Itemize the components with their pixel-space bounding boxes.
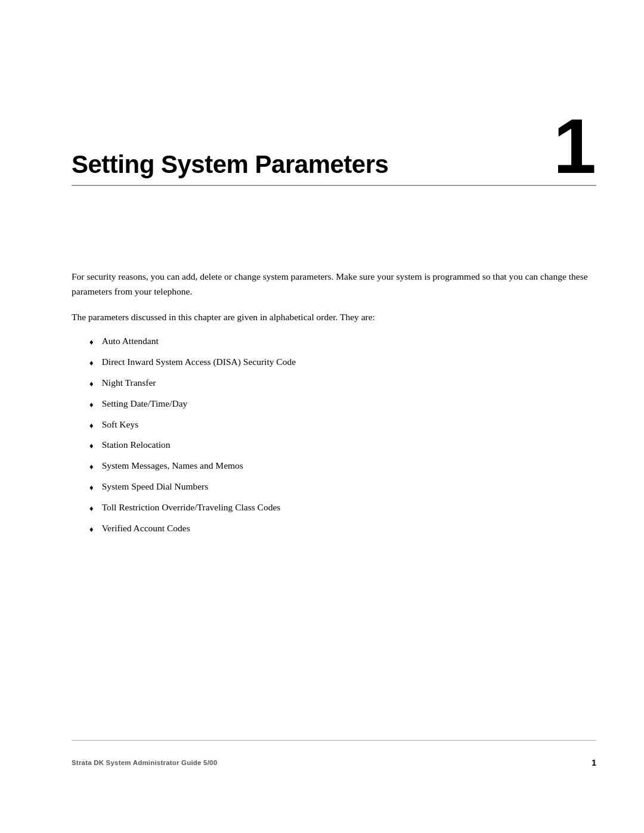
top-margin	[0, 0, 644, 107]
chapter-title: Setting System Parameters	[72, 150, 388, 179]
bullet-diamond-icon: ♦	[89, 357, 94, 370]
list-item: ♦ Soft Keys	[89, 417, 596, 432]
footer-left-text: Strata DK System Administrator Guide 5/0…	[72, 759, 217, 766]
list-item: ♦ Station Relocation	[89, 438, 596, 453]
bullet-item-label: Verified Account Codes	[102, 521, 190, 536]
bullet-diamond-icon: ♦	[89, 482, 94, 494]
bullet-list: ♦ Auto Attendant ♦ Direct Inward System …	[89, 334, 596, 535]
chapter-header: Setting System Parameters 1	[0, 107, 644, 179]
bullet-item-label: Soft Keys	[102, 417, 139, 432]
bullet-diamond-icon: ♦	[89, 399, 94, 411]
bullet-diamond-icon: ♦	[89, 336, 94, 349]
footer: Strata DK System Administrator Guide 5/0…	[72, 758, 596, 767]
list-item: ♦ System Messages, Names and Memos	[89, 459, 596, 473]
chapter-number: 1	[553, 107, 596, 185]
list-item: ♦ Verified Account Codes	[89, 521, 596, 536]
page: Setting System Parameters 1 For security…	[0, 0, 644, 833]
bullet-diamond-icon: ♦	[89, 503, 94, 515]
intro-paragraph-1: For security reasons, you can add, delet…	[72, 270, 596, 299]
bullet-item-label: Toll Restriction Override/Traveling Clas…	[102, 500, 281, 515]
header-rule	[72, 185, 596, 186]
bullet-diamond-icon: ♦	[89, 440, 94, 453]
bullet-item-label: Night Transfer	[102, 376, 156, 391]
bullet-item-label: Setting Date/Time/Day	[102, 397, 188, 411]
list-intro: The parameters discussed in this chapter…	[72, 310, 596, 325]
bullet-diamond-icon: ♦	[89, 524, 94, 536]
bullet-item-label: Direct Inward System Access (DISA) Secur…	[102, 355, 296, 370]
footer-page-number: 1	[592, 758, 596, 767]
bullet-item-label: Station Relocation	[102, 438, 171, 453]
list-item: ♦ Auto Attendant	[89, 334, 596, 349]
footer-rule	[72, 740, 596, 741]
list-item: ♦ Night Transfer	[89, 376, 596, 391]
bullet-item-label: System Speed Dial Numbers	[102, 479, 209, 494]
list-item: ♦ Direct Inward System Access (DISA) Sec…	[89, 355, 596, 370]
list-item: ♦ System Speed Dial Numbers	[89, 479, 596, 494]
list-item: ♦ Setting Date/Time/Day	[89, 397, 596, 411]
bullet-item-label: Auto Attendant	[102, 334, 159, 349]
list-item: ♦ Toll Restriction Override/Traveling Cl…	[89, 500, 596, 515]
content-area: For security reasons, you can add, delet…	[0, 270, 644, 535]
bullet-diamond-icon: ♦	[89, 420, 94, 432]
bullet-item-label: System Messages, Names and Memos	[102, 459, 243, 473]
bullet-diamond-icon: ♦	[89, 378, 94, 391]
bullet-diamond-icon: ♦	[89, 461, 94, 473]
